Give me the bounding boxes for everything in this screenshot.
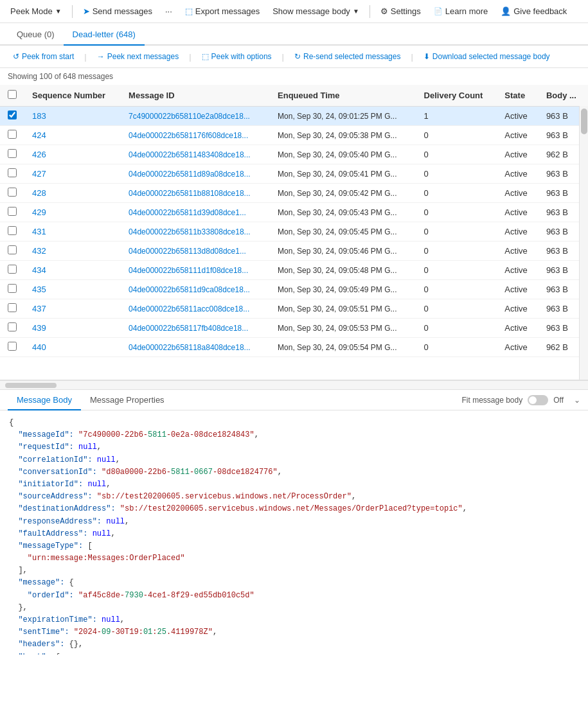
table-row: 42604de000022b65811483408dce18...Mon, Se… bbox=[0, 145, 588, 164]
row-state: Active bbox=[497, 184, 539, 203]
row-msgid: 04de000022b65811d89a08dce18... bbox=[121, 164, 270, 184]
row-checkbox-cell[interactable] bbox=[0, 203, 24, 222]
row-msgid: 04de000022b658113d8d08dce1... bbox=[121, 242, 270, 261]
row-checkbox-cell[interactable] bbox=[0, 184, 24, 203]
row-msgid: 04de000022b658111d1f08dce18... bbox=[121, 261, 270, 280]
fit-toggle-switch[interactable] bbox=[528, 395, 548, 405]
show-message-body-button[interactable]: Show message body ▼ bbox=[267, 4, 364, 19]
peek-with-options-button[interactable]: ⬚ Peek with options bbox=[197, 49, 277, 64]
row-enqueued-time: Mon, Sep 30, 24, 09:05:54 PM G... bbox=[270, 338, 416, 357]
row-checkbox-cell[interactable] bbox=[0, 164, 24, 184]
more-button[interactable]: ··· bbox=[160, 4, 177, 19]
row-delivery-count: 1 bbox=[416, 107, 497, 126]
bottom-tabs: Message Body Message Properties Fit mess… bbox=[0, 390, 588, 410]
toolbar-sep-2 bbox=[370, 5, 370, 18]
col-msgid[interactable]: Message ID bbox=[121, 85, 270, 107]
tab-message-body[interactable]: Message Body bbox=[8, 390, 81, 410]
settings-icon: ⚙ bbox=[380, 6, 388, 16]
row-checkbox-cell[interactable] bbox=[0, 299, 24, 319]
messages-table: Sequence Number Message ID Enqueued Time… bbox=[0, 85, 588, 357]
row-state: Active bbox=[497, 107, 539, 126]
row-enqueued-time: Mon, Sep 30, 24, 09:05:53 PM G... bbox=[270, 319, 416, 338]
row-state: Active bbox=[497, 261, 539, 280]
col-state[interactable]: State bbox=[497, 85, 539, 107]
row-checkbox[interactable] bbox=[8, 168, 17, 177]
row-checkbox-cell[interactable] bbox=[0, 145, 24, 164]
settings-button[interactable]: ⚙ Settings bbox=[375, 4, 426, 19]
row-msgid: 04de000022b65811d39d08dce1... bbox=[121, 203, 270, 222]
peek-start-icon: ↺ bbox=[13, 52, 19, 61]
row-enqueued-time: Mon, Sep 30, 24, 09:05:51 PM G... bbox=[270, 299, 416, 319]
col-body[interactable]: Body ... bbox=[539, 85, 588, 107]
row-checkbox-cell[interactable] bbox=[0, 261, 24, 280]
row-checkbox-cell[interactable] bbox=[0, 319, 24, 338]
row-checkbox[interactable] bbox=[8, 303, 17, 312]
tab-message-properties[interactable]: Message Properties bbox=[81, 390, 174, 410]
row-sequence: 434 bbox=[24, 261, 121, 280]
row-delivery-count: 0 bbox=[416, 299, 497, 319]
vertical-scrollbar[interactable] bbox=[579, 106, 588, 380]
row-checkbox-cell[interactable] bbox=[0, 280, 24, 299]
row-delivery-count: 0 bbox=[416, 184, 497, 203]
row-delivery-count: 0 bbox=[416, 261, 497, 280]
toggle-knob bbox=[529, 396, 537, 404]
export-messages-button[interactable]: ⬚ Export messages bbox=[180, 4, 265, 19]
toolbar-sep-1 bbox=[72, 5, 73, 18]
row-enqueued-time: Mon, Sep 30, 24, 09:05:48 PM G... bbox=[270, 261, 416, 280]
messages-table-container[interactable]: Sequence Number Message ID Enqueued Time… bbox=[0, 85, 588, 380]
bottom-panel: Message Body Message Properties Fit mess… bbox=[0, 389, 588, 655]
row-checkbox[interactable] bbox=[8, 149, 17, 158]
tab-dead-letter[interactable]: Dead-letter (648) bbox=[64, 23, 145, 46]
table-row: 42404de000022b6581176f608dce18...Mon, Se… bbox=[0, 126, 588, 145]
resend-icon: ↻ bbox=[294, 52, 301, 61]
download-selected-button[interactable]: ⬇ Download selected message body bbox=[418, 49, 555, 64]
horizontal-scrollbar[interactable] bbox=[0, 380, 588, 389]
row-state: Active bbox=[497, 126, 539, 145]
row-checkbox[interactable] bbox=[8, 188, 17, 197]
row-checkbox[interactable] bbox=[8, 265, 17, 274]
tab-queue[interactable]: Queue (0) bbox=[8, 23, 64, 46]
row-checkbox[interactable] bbox=[8, 130, 17, 139]
peek-from-start-button[interactable]: ↺ Peek from start bbox=[8, 49, 79, 64]
row-sequence: 428 bbox=[24, 184, 121, 203]
messages-count: Showing 100 of 648 messages bbox=[0, 68, 588, 85]
h-scrollbar-thumb[interactable] bbox=[5, 383, 57, 388]
row-checkbox-cell[interactable] bbox=[0, 126, 24, 145]
row-msgid: 04de000022b65811d9ca08dce18... bbox=[121, 280, 270, 299]
row-checkbox-cell[interactable] bbox=[0, 338, 24, 357]
row-checkbox[interactable] bbox=[8, 226, 17, 235]
row-checkbox[interactable] bbox=[8, 342, 17, 351]
row-state: Active bbox=[497, 280, 539, 299]
row-sequence: 424 bbox=[24, 126, 121, 145]
feedback-icon: 👤 bbox=[501, 6, 511, 16]
scrollbar-thumb[interactable] bbox=[581, 109, 587, 134]
learn-more-button[interactable]: 📄 Learn more bbox=[429, 4, 493, 19]
table-row: 43504de000022b65811d9ca08dce18...Mon, Se… bbox=[0, 280, 588, 299]
col-checkbox[interactable] bbox=[0, 85, 24, 107]
bottom-panel-chevron-icon[interactable]: ⌄ bbox=[574, 396, 580, 405]
give-feedback-button[interactable]: 👤 Give feedback bbox=[495, 4, 572, 19]
peek-mode-dropdown-icon: ▼ bbox=[55, 8, 62, 15]
send-messages-button[interactable]: ➤ Send messages bbox=[78, 4, 157, 19]
row-checkbox[interactable] bbox=[8, 284, 17, 293]
row-checkbox-cell[interactable] bbox=[0, 242, 24, 261]
row-checkbox-cell[interactable] bbox=[0, 222, 24, 242]
peek-next-button[interactable]: → Peek next messages bbox=[92, 49, 184, 64]
peek-mode-button[interactable]: Peek Mode ▼ bbox=[5, 4, 67, 19]
row-checkbox[interactable] bbox=[8, 207, 17, 216]
col-delivery[interactable]: Delivery Count bbox=[416, 85, 497, 107]
row-checkbox-cell[interactable] bbox=[0, 107, 24, 126]
resend-selected-button[interactable]: ↻ Re-send selected messages bbox=[289, 49, 405, 64]
col-enqueued[interactable]: Enqueued Time bbox=[270, 85, 416, 107]
row-sequence: 426 bbox=[24, 145, 121, 164]
row-sequence: 439 bbox=[24, 319, 121, 338]
row-checkbox[interactable] bbox=[8, 322, 17, 331]
send-icon: ➤ bbox=[83, 6, 90, 16]
fit-toggle-area: Fit message body Off ⌄ bbox=[461, 395, 580, 405]
row-delivery-count: 0 bbox=[416, 338, 497, 357]
select-all-checkbox[interactable] bbox=[8, 90, 17, 99]
action-bar: ↺ Peek from start | → Peek next messages… bbox=[0, 46, 588, 68]
row-checkbox[interactable] bbox=[8, 245, 17, 254]
col-sequence[interactable]: Sequence Number bbox=[24, 85, 121, 107]
row-checkbox[interactable] bbox=[8, 110, 17, 119]
